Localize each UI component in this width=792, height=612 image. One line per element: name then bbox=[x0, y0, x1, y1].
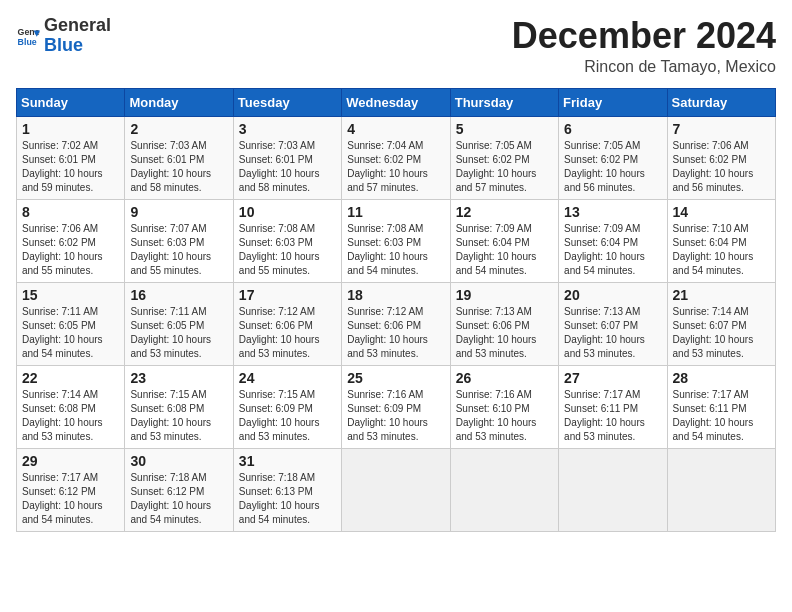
day-info: Sunrise: 7:17 AM Sunset: 6:11 PM Dayligh… bbox=[673, 388, 770, 444]
day-number: 2 bbox=[130, 121, 227, 137]
day-number: 28 bbox=[673, 370, 770, 386]
day-info: Sunrise: 7:12 AM Sunset: 6:06 PM Dayligh… bbox=[239, 305, 336, 361]
calendar-cell: 11Sunrise: 7:08 AM Sunset: 6:03 PM Dayli… bbox=[342, 199, 450, 282]
calendar-cell: 6Sunrise: 7:05 AM Sunset: 6:02 PM Daylig… bbox=[559, 116, 667, 199]
calendar-cell: 17Sunrise: 7:12 AM Sunset: 6:06 PM Dayli… bbox=[233, 282, 341, 365]
calendar-cell: 28Sunrise: 7:17 AM Sunset: 6:11 PM Dayli… bbox=[667, 365, 775, 448]
calendar-week-5: 29Sunrise: 7:17 AM Sunset: 6:12 PM Dayli… bbox=[17, 448, 776, 531]
day-info: Sunrise: 7:05 AM Sunset: 6:02 PM Dayligh… bbox=[456, 139, 553, 195]
day-number: 27 bbox=[564, 370, 661, 386]
day-info: Sunrise: 7:16 AM Sunset: 6:10 PM Dayligh… bbox=[456, 388, 553, 444]
calendar-cell: 25Sunrise: 7:16 AM Sunset: 6:09 PM Dayli… bbox=[342, 365, 450, 448]
calendar-cell: 19Sunrise: 7:13 AM Sunset: 6:06 PM Dayli… bbox=[450, 282, 558, 365]
day-number: 8 bbox=[22, 204, 119, 220]
logo-blue-text: Blue bbox=[44, 36, 111, 56]
location-title: Rincon de Tamayo, Mexico bbox=[512, 58, 776, 76]
calendar-cell: 21Sunrise: 7:14 AM Sunset: 6:07 PM Dayli… bbox=[667, 282, 775, 365]
day-info: Sunrise: 7:17 AM Sunset: 6:12 PM Dayligh… bbox=[22, 471, 119, 527]
day-info: Sunrise: 7:13 AM Sunset: 6:07 PM Dayligh… bbox=[564, 305, 661, 361]
calendar-cell: 9Sunrise: 7:07 AM Sunset: 6:03 PM Daylig… bbox=[125, 199, 233, 282]
calendar-cell: 30Sunrise: 7:18 AM Sunset: 6:12 PM Dayli… bbox=[125, 448, 233, 531]
day-number: 18 bbox=[347, 287, 444, 303]
calendar-cell: 2Sunrise: 7:03 AM Sunset: 6:01 PM Daylig… bbox=[125, 116, 233, 199]
calendar-cell: 10Sunrise: 7:08 AM Sunset: 6:03 PM Dayli… bbox=[233, 199, 341, 282]
day-number: 26 bbox=[456, 370, 553, 386]
calendar-header-row: SundayMondayTuesdayWednesdayThursdayFrid… bbox=[17, 88, 776, 116]
day-info: Sunrise: 7:16 AM Sunset: 6:09 PM Dayligh… bbox=[347, 388, 444, 444]
day-number: 31 bbox=[239, 453, 336, 469]
day-info: Sunrise: 7:05 AM Sunset: 6:02 PM Dayligh… bbox=[564, 139, 661, 195]
calendar-day-header-friday: Friday bbox=[559, 88, 667, 116]
calendar-week-1: 1Sunrise: 7:02 AM Sunset: 6:01 PM Daylig… bbox=[17, 116, 776, 199]
day-number: 16 bbox=[130, 287, 227, 303]
calendar-cell: 7Sunrise: 7:06 AM Sunset: 6:02 PM Daylig… bbox=[667, 116, 775, 199]
day-info: Sunrise: 7:12 AM Sunset: 6:06 PM Dayligh… bbox=[347, 305, 444, 361]
calendar-cell bbox=[450, 448, 558, 531]
logo-icon: General Blue bbox=[16, 24, 40, 48]
calendar-day-header-wednesday: Wednesday bbox=[342, 88, 450, 116]
day-number: 20 bbox=[564, 287, 661, 303]
day-number: 23 bbox=[130, 370, 227, 386]
day-info: Sunrise: 7:18 AM Sunset: 6:13 PM Dayligh… bbox=[239, 471, 336, 527]
calendar: SundayMondayTuesdayWednesdayThursdayFrid… bbox=[16, 88, 776, 532]
day-info: Sunrise: 7:11 AM Sunset: 6:05 PM Dayligh… bbox=[22, 305, 119, 361]
day-number: 4 bbox=[347, 121, 444, 137]
calendar-cell: 31Sunrise: 7:18 AM Sunset: 6:13 PM Dayli… bbox=[233, 448, 341, 531]
day-info: Sunrise: 7:15 AM Sunset: 6:09 PM Dayligh… bbox=[239, 388, 336, 444]
day-info: Sunrise: 7:08 AM Sunset: 6:03 PM Dayligh… bbox=[347, 222, 444, 278]
day-number: 19 bbox=[456, 287, 553, 303]
calendar-day-header-monday: Monday bbox=[125, 88, 233, 116]
calendar-week-4: 22Sunrise: 7:14 AM Sunset: 6:08 PM Dayli… bbox=[17, 365, 776, 448]
day-info: Sunrise: 7:17 AM Sunset: 6:11 PM Dayligh… bbox=[564, 388, 661, 444]
calendar-cell: 26Sunrise: 7:16 AM Sunset: 6:10 PM Dayli… bbox=[450, 365, 558, 448]
day-number: 13 bbox=[564, 204, 661, 220]
calendar-cell: 27Sunrise: 7:17 AM Sunset: 6:11 PM Dayli… bbox=[559, 365, 667, 448]
day-info: Sunrise: 7:04 AM Sunset: 6:02 PM Dayligh… bbox=[347, 139, 444, 195]
day-number: 24 bbox=[239, 370, 336, 386]
calendar-cell: 1Sunrise: 7:02 AM Sunset: 6:01 PM Daylig… bbox=[17, 116, 125, 199]
calendar-cell: 13Sunrise: 7:09 AM Sunset: 6:04 PM Dayli… bbox=[559, 199, 667, 282]
calendar-cell: 22Sunrise: 7:14 AM Sunset: 6:08 PM Dayli… bbox=[17, 365, 125, 448]
calendar-cell: 14Sunrise: 7:10 AM Sunset: 6:04 PM Dayli… bbox=[667, 199, 775, 282]
calendar-cell: 16Sunrise: 7:11 AM Sunset: 6:05 PM Dayli… bbox=[125, 282, 233, 365]
day-number: 3 bbox=[239, 121, 336, 137]
calendar-cell bbox=[559, 448, 667, 531]
calendar-cell: 23Sunrise: 7:15 AM Sunset: 6:08 PM Dayli… bbox=[125, 365, 233, 448]
day-number: 17 bbox=[239, 287, 336, 303]
day-info: Sunrise: 7:03 AM Sunset: 6:01 PM Dayligh… bbox=[130, 139, 227, 195]
day-info: Sunrise: 7:06 AM Sunset: 6:02 PM Dayligh… bbox=[673, 139, 770, 195]
calendar-cell: 5Sunrise: 7:05 AM Sunset: 6:02 PM Daylig… bbox=[450, 116, 558, 199]
day-number: 6 bbox=[564, 121, 661, 137]
day-number: 30 bbox=[130, 453, 227, 469]
day-number: 29 bbox=[22, 453, 119, 469]
calendar-day-header-saturday: Saturday bbox=[667, 88, 775, 116]
logo: General Blue General Blue bbox=[16, 16, 111, 56]
day-info: Sunrise: 7:03 AM Sunset: 6:01 PM Dayligh… bbox=[239, 139, 336, 195]
calendar-cell: 24Sunrise: 7:15 AM Sunset: 6:09 PM Dayli… bbox=[233, 365, 341, 448]
calendar-cell: 3Sunrise: 7:03 AM Sunset: 6:01 PM Daylig… bbox=[233, 116, 341, 199]
day-info: Sunrise: 7:14 AM Sunset: 6:08 PM Dayligh… bbox=[22, 388, 119, 444]
day-number: 15 bbox=[22, 287, 119, 303]
header: General Blue General Blue December 2024 … bbox=[16, 16, 776, 76]
calendar-cell: 15Sunrise: 7:11 AM Sunset: 6:05 PM Dayli… bbox=[17, 282, 125, 365]
logo-general-text: General bbox=[44, 16, 111, 36]
day-info: Sunrise: 7:18 AM Sunset: 6:12 PM Dayligh… bbox=[130, 471, 227, 527]
calendar-week-2: 8Sunrise: 7:06 AM Sunset: 6:02 PM Daylig… bbox=[17, 199, 776, 282]
day-info: Sunrise: 7:10 AM Sunset: 6:04 PM Dayligh… bbox=[673, 222, 770, 278]
calendar-cell bbox=[342, 448, 450, 531]
calendar-cell: 29Sunrise: 7:17 AM Sunset: 6:12 PM Dayli… bbox=[17, 448, 125, 531]
calendar-day-header-tuesday: Tuesday bbox=[233, 88, 341, 116]
day-number: 11 bbox=[347, 204, 444, 220]
calendar-week-3: 15Sunrise: 7:11 AM Sunset: 6:05 PM Dayli… bbox=[17, 282, 776, 365]
month-title: December 2024 bbox=[512, 16, 776, 56]
calendar-cell: 20Sunrise: 7:13 AM Sunset: 6:07 PM Dayli… bbox=[559, 282, 667, 365]
day-number: 12 bbox=[456, 204, 553, 220]
calendar-cell: 12Sunrise: 7:09 AM Sunset: 6:04 PM Dayli… bbox=[450, 199, 558, 282]
day-number: 25 bbox=[347, 370, 444, 386]
day-info: Sunrise: 7:14 AM Sunset: 6:07 PM Dayligh… bbox=[673, 305, 770, 361]
day-info: Sunrise: 7:08 AM Sunset: 6:03 PM Dayligh… bbox=[239, 222, 336, 278]
svg-text:Blue: Blue bbox=[18, 37, 37, 47]
calendar-day-header-thursday: Thursday bbox=[450, 88, 558, 116]
calendar-cell: 18Sunrise: 7:12 AM Sunset: 6:06 PM Dayli… bbox=[342, 282, 450, 365]
day-info: Sunrise: 7:11 AM Sunset: 6:05 PM Dayligh… bbox=[130, 305, 227, 361]
